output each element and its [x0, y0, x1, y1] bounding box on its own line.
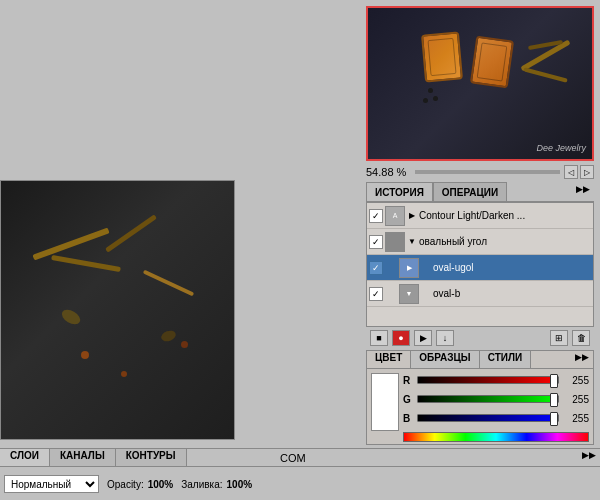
- layer-name: овальный угол: [419, 236, 591, 247]
- panel-collapse-btn[interactable]: ▶▶: [572, 182, 594, 201]
- r-track[interactable]: [417, 376, 559, 384]
- tab-sloi[interactable]: СЛОИ: [0, 449, 50, 466]
- delete-button[interactable]: 🗑: [572, 330, 590, 346]
- preview-image: Dee Jewelry: [366, 6, 594, 161]
- g-label: G: [403, 394, 413, 405]
- zoom-increase-button[interactable]: ▷: [580, 165, 594, 179]
- layer-name: Contour Light/Darken ...: [419, 210, 591, 221]
- color-body: R 255 G 255 B: [367, 369, 593, 446]
- layer-expand-btn[interactable]: [421, 289, 431, 299]
- b-label: B: [403, 413, 413, 424]
- fill-value: 100%: [227, 479, 253, 490]
- color-tabs: ЦВЕТ ОБРАЗЦЫ СТИЛИ ▶▶: [367, 351, 593, 369]
- g-row: G 255: [403, 392, 589, 406]
- play-button[interactable]: ▶: [414, 330, 432, 346]
- blend-mode-select[interactable]: Нормальный: [4, 475, 99, 493]
- layers-list: ✓ A ▶ Contour Light/Darken ... ✓ ▼ оваль…: [366, 202, 594, 327]
- layer-icon: [385, 232, 405, 252]
- zoom-decrease-button[interactable]: ◁: [564, 165, 578, 179]
- b-value: 255: [563, 413, 589, 424]
- tab-kontury[interactable]: КОНТУРЫ: [116, 449, 187, 466]
- tab-kanaly[interactable]: КАНАЛЫ: [50, 449, 116, 466]
- watermark: Dee Jewelry: [536, 143, 586, 153]
- color-panel: ЦВЕТ ОБРАЗЦЫ СТИЛИ ▶▶ R 255 G: [366, 350, 594, 445]
- g-track[interactable]: [417, 395, 559, 403]
- layer-row[interactable]: ✓ A ▶ Contour Light/Darken ...: [367, 203, 593, 229]
- r-row: R 255: [403, 373, 589, 387]
- layer-icon: A: [385, 206, 405, 226]
- opacity-label: Opacity:: [107, 479, 144, 490]
- opacity-value: 100%: [148, 479, 174, 490]
- layer-name: oval-ugol: [433, 262, 591, 273]
- tab-operations[interactable]: ОПЕРАЦИИ: [433, 182, 507, 201]
- panel-menu-btn[interactable]: ▶▶: [571, 351, 593, 368]
- zoom-percent: 54.88 %: [366, 166, 411, 178]
- stop-button[interactable]: ■: [370, 330, 388, 346]
- panel-collapse-btn[interactable]: ▶▶: [578, 449, 600, 466]
- zoom-bar: 54.88 % ◁ ▷: [366, 163, 594, 181]
- layer-name: oval-b: [433, 288, 591, 299]
- com-label: COM: [280, 452, 306, 464]
- record-button[interactable]: ●: [392, 330, 410, 346]
- new-action-button[interactable]: ⊞: [550, 330, 568, 346]
- step-button[interactable]: ↓: [436, 330, 454, 346]
- layer-expand-btn[interactable]: [421, 263, 431, 273]
- color-swatch[interactable]: [371, 373, 399, 431]
- tab-swatches[interactable]: ОБРАЗЦЫ: [411, 351, 479, 368]
- layer-visibility-checkbox[interactable]: ✓: [369, 287, 383, 301]
- playback-controls: ■ ● ▶ ↓ ⊞ 🗑: [366, 327, 594, 349]
- layer-row[interactable]: ✓ ▼ oval-b: [367, 281, 593, 307]
- g-value: 255: [563, 394, 589, 405]
- tab-historia[interactable]: ИСТОРИЯ: [366, 182, 433, 201]
- layer-expand-btn[interactable]: ▶: [407, 211, 417, 221]
- tab-color[interactable]: ЦВЕТ: [367, 351, 411, 368]
- right-panel: Dee Jewelry 54.88 % ◁ ▷ ИСТОРИЯ ОПЕРАЦИИ…: [360, 0, 600, 500]
- history-tabs: ИСТОРИЯ ОПЕРАЦИИ ▶▶: [366, 182, 594, 202]
- layer-row[interactable]: ✓ ▼ овальный угол: [367, 229, 593, 255]
- left-photo: [0, 180, 235, 440]
- tab-styles[interactable]: СТИЛИ: [480, 351, 531, 368]
- layer-expand-btn[interactable]: ▼: [407, 237, 417, 247]
- layer-visibility-checkbox[interactable]: ✓: [369, 235, 383, 249]
- b-track[interactable]: [417, 414, 559, 422]
- fill-label: Заливка:: [181, 479, 222, 490]
- layer-visibility-checkbox[interactable]: ✓: [369, 209, 383, 223]
- layer-icon: ▼: [399, 284, 419, 304]
- b-row: B 255: [403, 411, 589, 425]
- layer-visibility-checkbox[interactable]: ✓: [369, 261, 383, 275]
- color-sliders: R 255 G 255 B: [403, 373, 589, 442]
- zoom-slider[interactable]: [415, 170, 560, 174]
- layer-icon: ▶: [399, 258, 419, 278]
- r-value: 255: [563, 375, 589, 386]
- bottom-body: Нормальный Opacity: 100% Заливка: 100%: [0, 467, 600, 500]
- layer-row[interactable]: ✓ ▶ oval-ugol: [367, 255, 593, 281]
- r-label: R: [403, 375, 413, 386]
- color-spectrum: [403, 432, 589, 442]
